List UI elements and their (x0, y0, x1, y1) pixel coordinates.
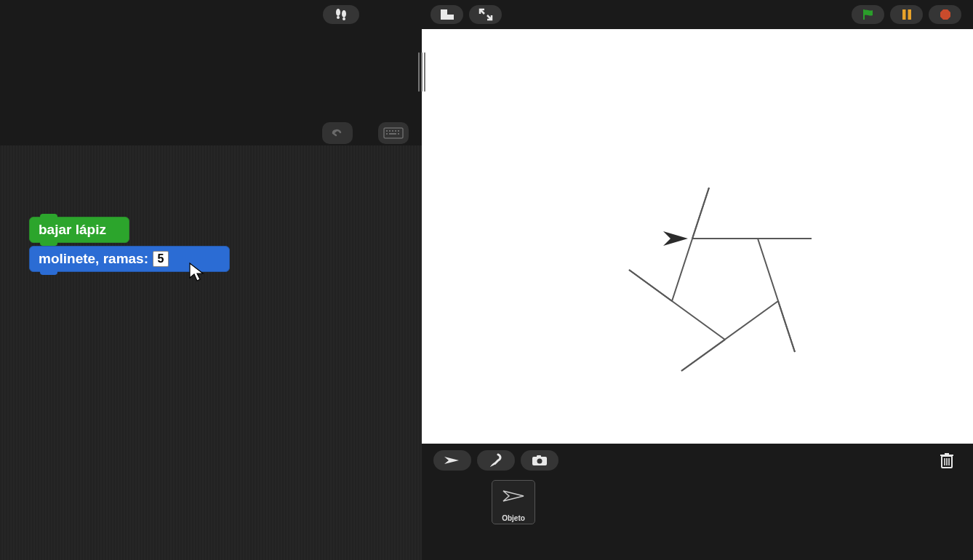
svg-rect-7 (908, 9, 911, 20)
stage-size-icon (440, 9, 455, 20)
sprite-toolbar (422, 444, 973, 477)
svg-point-0 (336, 9, 340, 16)
undo-icon (329, 127, 346, 140)
scripts-area[interactable]: bajar lápiz molinete, ramas: (0, 145, 422, 560)
molinete-label: molinete, ramas: (39, 251, 148, 267)
turtle-tab-button[interactable] (433, 450, 471, 471)
svg-rect-13 (395, 130, 396, 132)
stop-button[interactable] (929, 5, 961, 24)
stage-resize-handle[interactable] (418, 52, 425, 92)
trash-button[interactable] (932, 450, 961, 471)
svg-rect-10 (386, 130, 388, 132)
green-flag-icon (861, 8, 876, 21)
svg-rect-21 (537, 455, 541, 457)
svg-rect-15 (386, 133, 388, 135)
sprite-thumb-icon (499, 485, 528, 507)
svg-rect-14 (398, 130, 399, 132)
svg-rect-5 (447, 9, 454, 15)
scripts-panel: bajar lápiz molinete, ramas: (0, 29, 422, 560)
camera-icon (532, 455, 548, 466)
turtle-icon (443, 455, 462, 466)
stop-icon (940, 9, 951, 20)
svg-marker-18 (663, 231, 688, 246)
top-toolbar (0, 0, 973, 29)
stage-size-button[interactable] (431, 5, 463, 24)
undo-button[interactable] (322, 122, 353, 144)
svg-rect-11 (389, 130, 391, 132)
svg-point-1 (337, 16, 340, 19)
svg-marker-19 (444, 457, 459, 464)
paint-button[interactable] (477, 450, 515, 471)
stage-canvas (422, 29, 973, 444)
trash-icon (939, 452, 955, 469)
svg-marker-8 (940, 9, 950, 20)
camera-button[interactable] (521, 450, 558, 471)
keyboard-button[interactable] (378, 122, 409, 144)
svg-point-2 (342, 10, 346, 17)
scripts-header (0, 29, 422, 145)
svg-rect-12 (392, 130, 393, 132)
pen-down-block[interactable]: bajar lápiz (29, 217, 129, 243)
green-flag-button[interactable] (852, 5, 884, 24)
sprite-item-objeto[interactable]: Objeto (492, 480, 535, 524)
svg-rect-17 (398, 133, 399, 135)
sprite-thumb-label: Objeto (494, 514, 533, 522)
block-stack[interactable]: bajar lápiz molinete, ramas: (29, 217, 230, 272)
svg-rect-6 (902, 9, 906, 20)
sprite-corral: Objeto (422, 477, 973, 560)
svg-rect-16 (389, 133, 396, 135)
molinete-block[interactable]: molinete, ramas: (29, 246, 230, 272)
fullscreen-button[interactable] (469, 5, 502, 24)
svg-point-3 (343, 17, 345, 20)
keyboard-icon (383, 127, 404, 139)
pause-button[interactable] (890, 5, 923, 24)
fullscreen-icon (479, 8, 493, 21)
stage[interactable] (422, 29, 973, 444)
svg-point-22 (537, 459, 542, 464)
pause-icon (901, 9, 913, 20)
pen-down-label: bajar lápiz (39, 222, 106, 237)
paintbrush-icon (488, 453, 504, 468)
svg-marker-24 (503, 491, 524, 501)
molinete-value-input[interactable] (153, 251, 169, 267)
footprints-button[interactable] (323, 5, 359, 24)
turtle-sprite[interactable] (663, 231, 688, 246)
footprints-icon (333, 8, 349, 21)
